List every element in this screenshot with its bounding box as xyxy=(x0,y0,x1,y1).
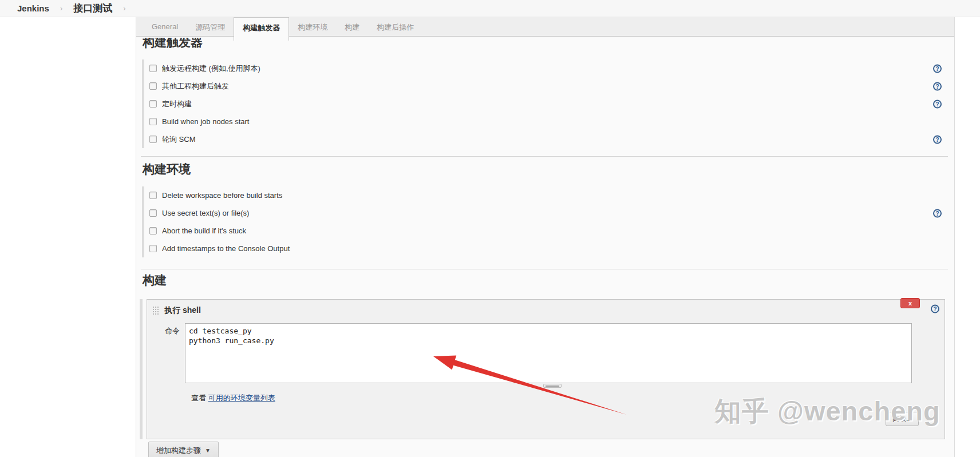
env-option-row: Delete workspace before build starts xyxy=(149,186,951,204)
add-build-step-button[interactable]: 增加构建步骤 ▼ xyxy=(148,442,219,457)
page-title: 构建触发器 xyxy=(143,38,203,50)
breadcrumb-job-link[interactable]: 接口测试 xyxy=(73,2,112,15)
tab-General[interactable]: General xyxy=(143,17,187,37)
env-hint-prefix: 查看 xyxy=(191,394,206,402)
jenkins-configure-page: Jenkins › 接口测试 › General源码管理构建触发器构建环境构建构… xyxy=(0,0,980,457)
env-option-label: Abort the build if it's stuck xyxy=(162,226,246,235)
env-option-checkbox[interactable] xyxy=(149,209,157,217)
trigger-option-row: 其他工程构建后触发? xyxy=(149,77,951,95)
env-variables-link[interactable]: 可用的环境变量列表 xyxy=(208,394,275,402)
advanced-button[interactable]: 高级... xyxy=(886,412,919,426)
tab-bar: General源码管理构建触发器构建环境构建构建后操作 xyxy=(136,17,954,37)
build-step-header: 执行 shell xyxy=(147,300,945,316)
trigger-option-label: 触发远程构建 (例如,使用脚本) xyxy=(162,63,260,74)
env-option-label: Add timestamps to the Console Output xyxy=(162,244,290,253)
delete-step-button[interactable]: x xyxy=(900,298,920,308)
trigger-option-row: 定时构建? xyxy=(149,95,951,113)
build-step-indent-bar xyxy=(140,299,143,439)
trigger-option-checkbox[interactable] xyxy=(149,82,157,90)
chevron-down-icon: ▼ xyxy=(205,447,211,454)
tab-构建触发器[interactable]: 构建触发器 xyxy=(234,17,289,41)
trigger-option-label: Build when job nodes start xyxy=(162,117,249,126)
help-icon[interactable]: ? xyxy=(933,209,942,217)
section-build-environment-heading: 构建环境 xyxy=(143,161,191,177)
trigger-option-checkbox[interactable] xyxy=(149,65,157,72)
env-option-checkbox[interactable] xyxy=(149,192,157,199)
tab-构建后操作[interactable]: 构建后操作 xyxy=(368,17,422,37)
build-step-title: 执行 shell xyxy=(164,305,201,316)
trigger-option-label: 定时构建 xyxy=(162,99,192,109)
help-icon[interactable]: ? xyxy=(933,64,942,73)
textarea-resize-grip[interactable] xyxy=(543,384,562,388)
help-icon[interactable]: ? xyxy=(931,305,939,313)
section-build-heading: 构建 xyxy=(143,272,167,288)
env-option-label: Delete workspace before build starts xyxy=(162,191,282,200)
env-variables-hint: 查看 可用的环境变量列表 xyxy=(191,393,945,403)
trigger-option-checkbox[interactable] xyxy=(149,136,157,143)
config-panel: General源码管理构建触发器构建环境构建构建后操作 构建触发器 触发远程构建… xyxy=(136,17,955,457)
trigger-option-row: 触发远程构建 (例如,使用脚本)? xyxy=(149,59,951,77)
trigger-option-label: 其他工程构建后触发 xyxy=(162,81,229,92)
tab-源码管理[interactable]: 源码管理 xyxy=(187,17,234,37)
command-label: 命令 xyxy=(147,323,185,383)
section-build-triggers-heading: 构建触发器 xyxy=(143,38,203,51)
trigger-option-checkbox[interactable] xyxy=(149,100,157,108)
add-build-step-label: 增加构建步骤 xyxy=(156,446,201,456)
env-option-checkbox[interactable] xyxy=(149,245,157,252)
trigger-option-row: 轮询 SCM? xyxy=(149,130,951,148)
drag-handle-icon[interactable] xyxy=(152,306,159,315)
env-option-label: Use secret text(s) or file(s) xyxy=(162,209,249,217)
section-divider xyxy=(141,269,948,269)
command-row: 命令 cd testcase_py python3 run_case.py xyxy=(147,323,945,383)
trigger-option-label: 轮询 SCM xyxy=(162,134,196,145)
build-step-shell: x ? 执行 shell 命令 cd testcase_py python3 r… xyxy=(147,299,945,439)
breadcrumb: Jenkins › 接口测试 › xyxy=(0,0,980,17)
build-triggers-options: 触发远程构建 (例如,使用脚本)?其他工程构建后触发?定时构建?Build wh… xyxy=(142,59,951,148)
section-divider xyxy=(141,156,948,157)
help-icon[interactable]: ? xyxy=(933,135,942,144)
env-option-row: Add timestamps to the Console Output xyxy=(149,240,951,257)
shell-command-input[interactable]: cd testcase_py python3 run_case.py xyxy=(185,323,912,383)
env-option-checkbox[interactable] xyxy=(149,227,157,235)
env-option-row: Abort the build if it's stuck xyxy=(149,222,951,240)
help-icon[interactable]: ? xyxy=(933,82,942,90)
trigger-option-checkbox[interactable] xyxy=(149,118,157,125)
breadcrumb-jenkins-link[interactable]: Jenkins xyxy=(17,3,49,13)
help-icon[interactable]: ? xyxy=(933,100,942,108)
breadcrumb-separator-icon: › xyxy=(60,4,62,13)
breadcrumb-separator-icon: › xyxy=(123,4,125,13)
build-environment-options: Delete workspace before build startsUse … xyxy=(142,186,951,257)
env-option-row: Use secret text(s) or file(s)? xyxy=(149,204,951,222)
trigger-option-row: Build when job nodes start xyxy=(149,113,951,130)
tab-构建[interactable]: 构建 xyxy=(336,17,368,37)
tab-构建环境[interactable]: 构建环境 xyxy=(289,17,336,37)
